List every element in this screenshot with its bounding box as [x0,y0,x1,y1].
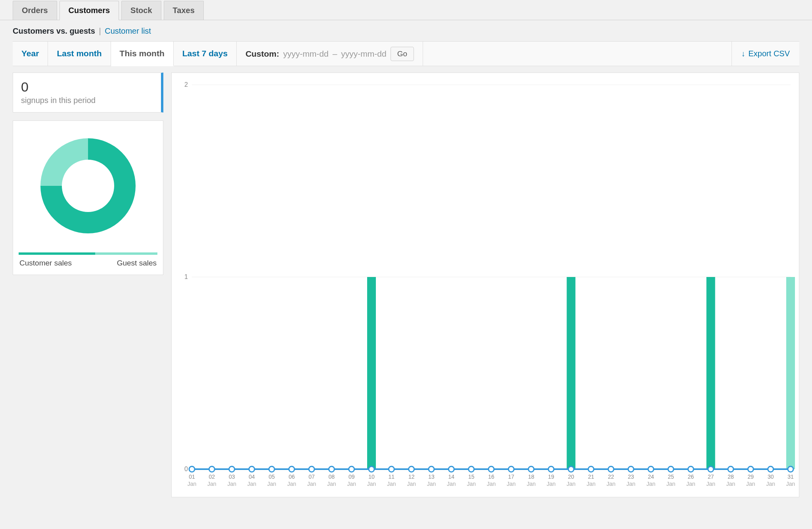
svg-text:26: 26 [688,474,694,480]
svg-text:05: 05 [269,474,275,480]
svg-text:Jan: Jan [766,481,775,487]
svg-text:03: 03 [229,474,235,480]
svg-text:01: 01 [189,474,195,480]
signups-point [529,466,534,472]
svg-text:10: 10 [368,474,375,480]
signups-point [229,466,235,472]
svg-text:07: 07 [308,474,315,480]
svg-text:15: 15 [468,474,475,480]
signups-point [788,466,793,472]
signups-point [309,466,314,472]
svg-text:Jan: Jan [307,481,316,487]
svg-text:08: 08 [329,474,335,480]
tab-taxes[interactable]: Taxes [164,1,204,20]
svg-text:16: 16 [488,474,494,480]
range-year[interactable]: Year [13,42,48,66]
signups-point [728,466,733,472]
tab-customers[interactable]: Customers [59,1,119,20]
svg-text:09: 09 [349,474,355,480]
svg-text:28: 28 [728,474,734,480]
tab-orders[interactable]: Orders [13,1,57,20]
svg-text:Jan: Jan [188,481,197,487]
signups-point [249,466,255,472]
signups-point [269,466,274,472]
svg-text:Jan: Jan [706,481,715,487]
bar-customer [367,277,376,469]
svg-text:Jan: Jan [626,481,636,487]
svg-text:19: 19 [548,474,554,480]
signups-point [349,466,354,472]
tab-stock[interactable]: Stock [121,1,161,20]
signups-label: signups in this period [21,96,153,105]
signups-point [469,466,474,472]
svg-text:Jan: Jan [607,481,616,487]
svg-text:Jan: Jan [447,481,456,487]
svg-text:Jan: Jan [347,481,356,487]
go-button[interactable]: Go [391,47,414,61]
svg-text:Jan: Jan [586,481,596,487]
svg-text:1: 1 [184,273,188,280]
subnav-link-customer-list[interactable]: Customer list [105,27,151,35]
svg-text:14: 14 [448,474,455,480]
donut-chart [29,126,147,245]
export-csv-button[interactable]: ↓ Export CSV [732,42,799,66]
svg-text:30: 30 [768,474,774,480]
signups-point [369,466,374,472]
svg-text:23: 23 [628,474,634,480]
svg-text:Jan: Jan [547,481,556,487]
range-last-7-days[interactable]: Last 7 days [174,42,237,66]
svg-text:2: 2 [184,81,188,88]
svg-text:Jan: Jan [367,481,376,487]
svg-text:Jan: Jan [467,481,476,487]
custom-to-input[interactable]: yyyy-mm-dd [341,49,386,59]
signups-point [628,466,634,472]
signups-point [648,466,654,472]
svg-text:Jan: Jan [686,481,695,487]
svg-text:27: 27 [708,474,714,480]
signups-point [748,466,753,472]
custom-label: Custom: [245,49,279,59]
svg-text:24: 24 [648,474,654,480]
range-this-month[interactable]: This month [111,42,174,66]
signups-point [289,466,295,472]
svg-text:Jan: Jan [267,481,276,487]
svg-text:Jan: Jan [327,481,336,487]
bar-guest [786,277,795,469]
svg-text:Jan: Jan [227,481,236,487]
svg-text:Jan: Jan [786,481,795,487]
signups-point [588,466,594,472]
svg-text:Jan: Jan [207,481,216,487]
signups-point [768,466,774,472]
signups-point [548,466,554,472]
main-chart: 01201Jan02Jan03Jan04Jan05Jan06Jan07Jan08… [171,73,799,497]
svg-text:31: 31 [787,474,794,480]
svg-text:Jan: Jan [487,481,496,487]
signups-point [708,466,714,472]
signups-count: 0 [21,80,153,94]
legend-customer-sales: Customer sales [19,259,72,267]
signups-point [608,466,614,472]
svg-text:17: 17 [508,474,515,480]
svg-text:25: 25 [668,474,674,480]
svg-text:21: 21 [588,474,594,480]
signups-point [409,466,414,472]
signups-point [508,466,514,472]
signups-point [189,466,195,472]
sales-donut-card: Customer sales Guest sales [13,120,163,275]
signups-point [668,466,674,472]
svg-text:22: 22 [608,474,614,480]
download-icon: ↓ [741,49,745,58]
signups-point [389,466,394,472]
svg-text:11: 11 [389,474,395,480]
svg-text:12: 12 [408,474,415,480]
custom-range: Custom: yyyy-mm-dd – yyyy-mm-dd Go [237,42,423,66]
signups-stat-card[interactable]: 0 signups in this period [13,73,163,113]
custom-from-input[interactable]: yyyy-mm-dd [283,49,328,59]
donut-legend-bar [19,252,157,255]
date-range-bar: YearLast monthThis monthLast 7 days Cust… [13,41,799,66]
range-last-month[interactable]: Last month [48,42,111,66]
signups-point [448,466,454,472]
svg-text:Jan: Jan [646,481,655,487]
svg-text:Jan: Jan [567,481,576,487]
svg-text:Jan: Jan [507,481,516,487]
